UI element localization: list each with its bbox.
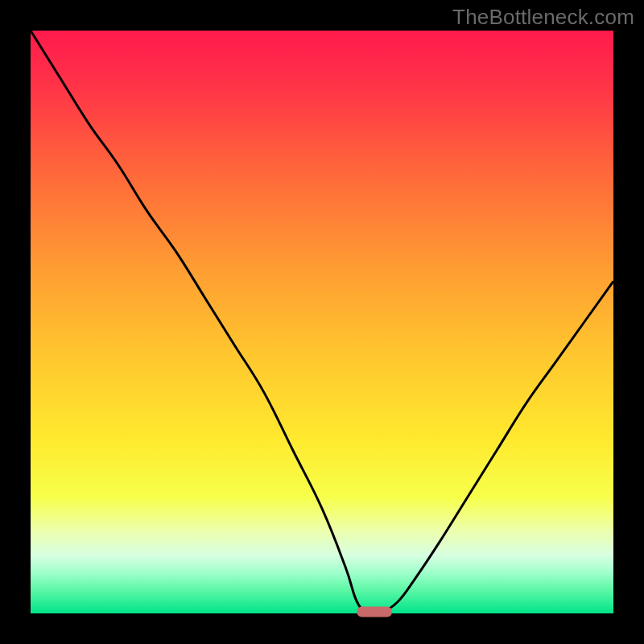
plot-area — [31, 31, 613, 613]
optimal-marker — [357, 607, 391, 617]
chart-container: TheBottleneck.com — [0, 0, 644, 644]
chart-svg — [0, 0, 644, 644]
watermark-text: TheBottleneck.com — [452, 5, 634, 30]
